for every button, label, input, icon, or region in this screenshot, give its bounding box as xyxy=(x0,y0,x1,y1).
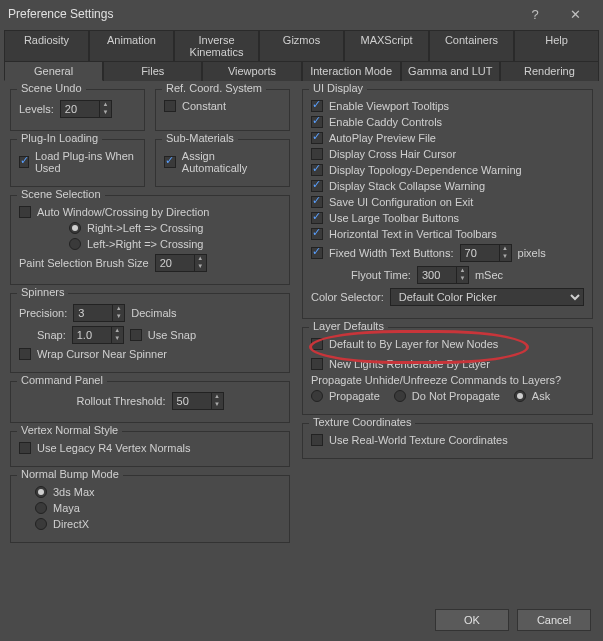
spinner-arrows[interactable]: ▲▼ xyxy=(111,327,123,343)
rollout-input[interactable] xyxy=(173,394,211,408)
flyout-input[interactable] xyxy=(418,268,456,282)
save-ui-configuration-on-exit-checkbox[interactable] xyxy=(311,196,323,208)
fixed-width-label: Fixed Width Text Buttons: xyxy=(329,247,454,259)
enable-caddy-controls-checkbox[interactable] xyxy=(311,116,323,128)
paint-brush-input[interactable] xyxy=(156,256,194,270)
fixed-width-input[interactable] xyxy=(461,246,499,260)
group-legend: Ref. Coord. System xyxy=(162,82,266,94)
assign-auto-checkbox[interactable] xyxy=(164,156,176,168)
scene-selection-group: Scene Selection Auto Window/Crossing by … xyxy=(10,195,290,285)
help-icon[interactable]: ? xyxy=(515,7,555,22)
default-by-layer-checkbox[interactable] xyxy=(311,338,323,350)
maya-radio[interactable] xyxy=(35,502,47,514)
left-right-radio[interactable] xyxy=(69,238,81,250)
tab-files[interactable]: Files xyxy=(103,61,202,81)
display-topology-dependence-warning-checkbox[interactable] xyxy=(311,164,323,176)
plugin-loading-group: Plug-In Loading Load Plug-ins When Used xyxy=(10,139,145,187)
propagate-radio[interactable] xyxy=(311,390,323,402)
cancel-button[interactable]: Cancel xyxy=(517,609,591,631)
levels-input[interactable] xyxy=(61,102,99,116)
radio-label: Do Not Propagate xyxy=(412,390,500,402)
tab-general[interactable]: General xyxy=(4,61,103,81)
checkbox-label: Save UI Configuration on Exit xyxy=(329,196,473,208)
tab-interaction-mode[interactable]: Interaction Mode xyxy=(302,61,401,81)
precision-spinner[interactable]: ▲▼ xyxy=(73,304,125,322)
paint-brush-label: Paint Selection Brush Size xyxy=(19,257,149,269)
do-not-propagate-radio[interactable] xyxy=(394,390,406,402)
use-snap-checkbox[interactable] xyxy=(130,329,142,341)
layer-defaults-group: Layer Defaults Default to By Layer for N… xyxy=(302,327,593,415)
tab-help[interactable]: Help xyxy=(514,30,599,61)
spinner-arrows[interactable]: ▲▼ xyxy=(211,393,223,409)
preferences-window: Preference Settings ? ✕ RadiosityAnimati… xyxy=(0,0,603,641)
snap-input[interactable] xyxy=(73,328,111,342)
load-plugins-label: Load Plug-ins When Used xyxy=(35,150,136,174)
precision-input[interactable] xyxy=(74,306,112,320)
wrap-cursor-label: Wrap Cursor Near Spinner xyxy=(37,348,167,360)
tab-animation[interactable]: Animation xyxy=(89,30,174,61)
ok-button[interactable]: OK xyxy=(435,609,509,631)
tab-containers[interactable]: Containers xyxy=(429,30,514,61)
spinner-arrows[interactable]: ▲▼ xyxy=(99,101,111,117)
horizontal-text-in-vertical-toolbars-checkbox[interactable] xyxy=(311,228,323,240)
group-legend: Plug-In Loading xyxy=(17,132,102,144)
spinner-arrows[interactable]: ▲▼ xyxy=(112,305,124,321)
titlebar: Preference Settings ? ✕ xyxy=(0,0,603,28)
tab-radiosity[interactable]: Radiosity xyxy=(4,30,89,61)
fixed-width-checkbox[interactable] xyxy=(311,247,323,259)
group-legend: Scene Selection xyxy=(17,188,105,200)
radio-label: Maya xyxy=(53,502,80,514)
group-legend: Scene Undo xyxy=(17,82,86,94)
close-icon[interactable]: ✕ xyxy=(555,7,595,22)
load-plugins-checkbox[interactable] xyxy=(19,156,29,168)
snap-spinner[interactable]: ▲▼ xyxy=(72,326,124,344)
directx-radio[interactable] xyxy=(35,518,47,530)
color-selector-dropdown[interactable]: Default Color Picker xyxy=(390,288,584,306)
display-cross-hair-cursor-checkbox[interactable] xyxy=(311,148,323,160)
tab-rendering[interactable]: Rendering xyxy=(500,61,599,81)
rollout-label: Rollout Threshold: xyxy=(76,395,165,407)
radio-label: Propagate xyxy=(329,390,380,402)
tab-gizmos[interactable]: Gizmos xyxy=(259,30,344,61)
display-stack-collapse-warning-checkbox[interactable] xyxy=(311,180,323,192)
rollout-spinner[interactable]: ▲▼ xyxy=(172,392,224,410)
3ds-max-radio[interactable] xyxy=(35,486,47,498)
spinners-group: Spinners Precision: ▲▼ Decimals Snap: ▲▼… xyxy=(10,293,290,373)
spinner-arrows[interactable]: ▲▼ xyxy=(194,255,206,271)
group-legend: Sub-Materials xyxy=(162,132,238,144)
wrap-cursor-checkbox[interactable] xyxy=(19,348,31,360)
checkbox-label: Display Cross Hair Cursor xyxy=(329,148,456,160)
levels-spinner[interactable]: ▲▼ xyxy=(60,100,112,118)
spinner-arrows[interactable]: ▲▼ xyxy=(456,267,468,283)
ask-radio[interactable] xyxy=(514,390,526,402)
checkbox-label: Enable Caddy Controls xyxy=(329,116,442,128)
command-panel-group: Command Panel Rollout Threshold: ▲▼ xyxy=(10,381,290,423)
paint-brush-spinner[interactable]: ▲▼ xyxy=(155,254,207,272)
default-by-layer-label: Default to By Layer for New Nodes xyxy=(329,338,498,350)
real-world-label: Use Real-World Texture Coordinates xyxy=(329,434,508,446)
tab-viewports[interactable]: Viewports xyxy=(202,61,301,81)
pixels-label: pixels xyxy=(518,247,546,259)
fixed-width-spinner[interactable]: ▲▼ xyxy=(460,244,512,262)
tab-inverse-kinematics[interactable]: Inverse Kinematics xyxy=(174,30,259,61)
new-lights-checkbox[interactable] xyxy=(311,358,323,370)
auto-window-label: Auto Window/Crossing by Direction xyxy=(37,206,209,218)
auto-window-checkbox[interactable] xyxy=(19,206,31,218)
group-legend: UI Display xyxy=(309,82,367,94)
constant-checkbox[interactable] xyxy=(164,100,176,112)
spinner-arrows[interactable]: ▲▼ xyxy=(499,245,511,261)
use-large-toolbar-buttons-checkbox[interactable] xyxy=(311,212,323,224)
flyout-spinner[interactable]: ▲▼ xyxy=(417,266,469,284)
autoplay-preview-file-checkbox[interactable] xyxy=(311,132,323,144)
legacy-r4-checkbox[interactable] xyxy=(19,442,31,454)
tab-gamma-and-lut[interactable]: Gamma and LUT xyxy=(401,61,500,81)
window-title: Preference Settings xyxy=(8,7,515,21)
right-left-radio[interactable] xyxy=(69,222,81,234)
precision-label: Precision: xyxy=(19,307,67,319)
tab-maxscript[interactable]: MAXScript xyxy=(344,30,429,61)
radio-label: DirectX xyxy=(53,518,89,530)
normal-bump-group: Normal Bump Mode 3ds MaxMayaDirectX xyxy=(10,475,290,543)
tab-row-2: GeneralFilesViewportsInteraction ModeGam… xyxy=(0,61,603,81)
real-world-checkbox[interactable] xyxy=(311,434,323,446)
enable-viewport-tooltips-checkbox[interactable] xyxy=(311,100,323,112)
